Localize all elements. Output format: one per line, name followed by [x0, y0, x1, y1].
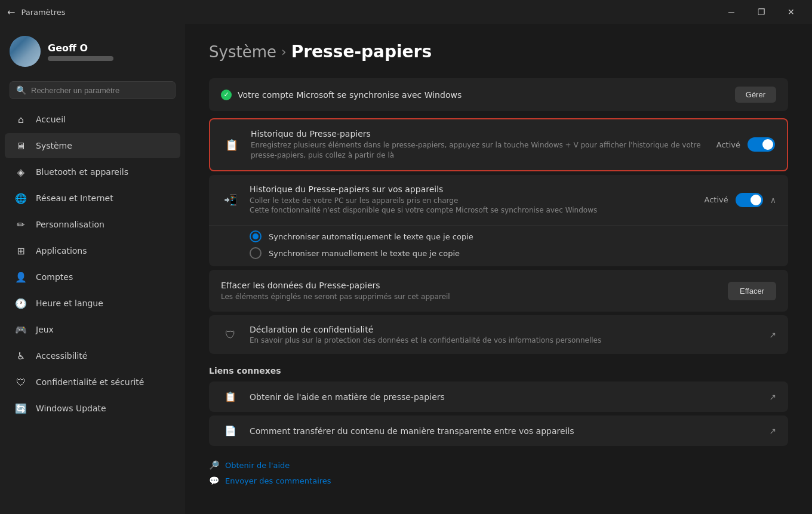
system-icon: 🖥 [14, 139, 27, 152]
nav-item-reseau[interactable]: 🌐 Réseau et Internet [5, 186, 180, 211]
user-profile[interactable]: Geoff O [0, 24, 185, 76]
apps-icon: ⊞ [14, 244, 27, 257]
app-body: Geoff O 🔍 ⌂ Accueil 🖥 Système ◈ Bluetoot… [0, 24, 812, 514]
clipboard-icon: 📋 [222, 135, 241, 154]
search-input[interactable] [31, 86, 169, 95]
link2-external-icon: ↗ [769, 426, 776, 436]
effacer-card: Effacer les données du Presse-papiers Le… [209, 270, 788, 312]
privacy-text: Déclaration de confidentialité En savoir… [250, 325, 759, 344]
footer-links: 🔎 Obtenir de l'aide 💬 Envoyer des commen… [209, 460, 788, 485]
search-box[interactable]: 🔍 [10, 81, 176, 99]
nav-item-accessibilite[interactable]: ♿ Accessibilité [5, 343, 180, 368]
nav-label-confidentialite: Confidentialité et sécurité [36, 377, 144, 387]
home-icon: ⌂ [14, 113, 27, 126]
nav-item-heure[interactable]: 🕐 Heure et langue [5, 291, 180, 316]
personalization-icon: ✏ [14, 218, 27, 231]
radio-group: Synchroniser automatiquement le texte qu… [209, 225, 788, 266]
effacer-button[interactable]: Effacer [728, 282, 776, 300]
nav-label-applications: Applications [36, 246, 87, 256]
close-button[interactable]: ✕ [777, 2, 805, 21]
link1-external-icon: ↗ [769, 392, 776, 402]
nav-item-personnalisation[interactable]: ✏ Personnalisation [5, 212, 180, 237]
user-account-bar [48, 56, 113, 61]
network-icon: 🌐 [14, 192, 27, 205]
sync-text: Votre compte Microsoft se synchronise av… [238, 90, 462, 100]
sync-banner-left: Votre compte Microsoft se synchronise av… [221, 90, 462, 100]
radio-sync-manuel[interactable]: Synchroniser manuellement le texte que j… [250, 247, 776, 259]
devices-clipboard-icon: 📲 [221, 190, 240, 210]
historique-title: Historique du Presse-papiers [251, 129, 707, 138]
help-clipboard-icon: 📋 [221, 391, 240, 402]
nav-item-comptes[interactable]: 👤 Comptes [5, 264, 180, 290]
accessibility-icon: ♿ [14, 349, 27, 362]
accounts-icon: 👤 [14, 270, 27, 284]
nav-item-accueil[interactable]: ⌂ Accueil [5, 107, 180, 132]
footer-link1-text: Obtenir de l'aide [225, 461, 290, 470]
link2-text: Comment transférer du contenu de manière… [250, 426, 759, 436]
breadcrumb-parent[interactable]: Système [209, 43, 276, 61]
minimize-button[interactable]: ─ [718, 2, 745, 21]
nav-label-accueil: Accueil [36, 115, 66, 124]
historique-right: Activé [716, 137, 775, 152]
nav-label-windows-update: Windows Update [36, 404, 106, 413]
nav-item-confidentialite[interactable]: 🛡 Confidentialité et sécurité [5, 370, 180, 395]
breadcrumb: Système › Presse-papiers [209, 42, 788, 61]
external-link-icon: ↗ [769, 330, 776, 340]
avatar-image [10, 36, 41, 67]
historique-appareils-card: 📲 Historique du Presse-papiers sur vos a… [209, 175, 788, 267]
effacer-title: Effacer les données du Presse-papiers [221, 281, 450, 290]
nav-label-heure: Heure et langue [36, 298, 103, 308]
gaming-icon: 🎮 [14, 323, 27, 336]
back-arrow[interactable]: ← [7, 7, 15, 18]
restore-button[interactable]: ❐ [748, 2, 775, 21]
radio-auto-circle[interactable] [250, 230, 262, 242]
nav-label-comptes: Comptes [36, 272, 73, 282]
historique-row: 📋 Historique du Presse-papiers Enregistr… [210, 119, 787, 170]
search-container: 🔍 [0, 76, 185, 106]
nav-item-jeux[interactable]: 🎮 Jeux [5, 317, 180, 342]
chevron-up-icon[interactable]: ∧ [770, 195, 776, 205]
radio-manuel-circle[interactable] [250, 247, 262, 259]
historique-appareils-desc2: Cette fonctionnalité n'est disponible qu… [250, 205, 695, 216]
nav-label-accessibilite: Accessibilité [36, 351, 87, 361]
effacer-desc: Les éléments épinglés ne seront pas supp… [221, 293, 450, 301]
link-row-transfert[interactable]: 📄 Comment transférer du contenu de maniè… [209, 415, 788, 446]
liens-connexes-title: Liens connexes [209, 366, 788, 376]
footer-link-feedback[interactable]: 💬 Envoyer des commentaires [209, 476, 788, 485]
nav-item-bluetooth[interactable]: ◈ Bluetooth et appareils [5, 159, 180, 184]
historique-appareils-right: Activé ∧ [705, 193, 776, 207]
historique-toggle[interactable] [748, 137, 775, 152]
sync-status-icon [221, 90, 232, 100]
radio-auto-label: Synchroniser automatiquement le texte qu… [269, 232, 473, 241]
historique-desc: Enregistrez plusieurs éléments dans le p… [251, 140, 707, 161]
search-icon: 🔍 [16, 85, 26, 95]
historique-text: Historique du Presse-papiers Enregistrez… [251, 129, 707, 161]
historique-appareils-text: Historique du Presse-papiers sur vos app… [250, 184, 695, 216]
titlebar-left: ← Paramètres [7, 7, 66, 18]
historique-card: 📋 Historique du Presse-papiers Enregistr… [209, 118, 788, 171]
radio-manuel-label: Synchroniser manuellement le texte que j… [269, 249, 460, 258]
nav-item-windows-update[interactable]: 🔄 Windows Update [5, 396, 180, 421]
shield-icon: 🛡 [221, 328, 240, 341]
nav-label-bluetooth: Bluetooth et appareils [36, 167, 128, 177]
breadcrumb-separator: › [281, 44, 287, 59]
transfer-icon: 📄 [221, 425, 240, 436]
user-name: Geoff O [48, 42, 113, 54]
avatar [10, 36, 41, 67]
link-row-aide[interactable]: 📋 Obtenir de l'aide en matière de presse… [209, 381, 788, 412]
nav-item-systeme[interactable]: 🖥 Système [5, 133, 180, 158]
nav-label-jeux: Jeux [36, 325, 54, 334]
sidebar: Geoff O 🔍 ⌂ Accueil 🖥 Système ◈ Bluetoot… [0, 24, 185, 514]
manage-button[interactable]: Gérer [735, 87, 776, 103]
privacy-desc: En savoir plus sur la protection des don… [250, 336, 759, 344]
help-icon: 🔎 [209, 460, 219, 470]
historique-appareils-status: Activé [705, 195, 728, 204]
historique-appareils-desc1: Coller le texte de votre PC sur les appa… [250, 196, 695, 206]
nav-label-systeme: Système [36, 141, 72, 150]
historique-appareils-row: 📲 Historique du Presse-papiers sur vos a… [209, 175, 788, 226]
footer-link-aide[interactable]: 🔎 Obtenir de l'aide [209, 460, 788, 470]
radio-sync-auto[interactable]: Synchroniser automatiquement le texte qu… [250, 230, 776, 242]
titlebar-title: Paramètres [21, 8, 65, 17]
nav-item-applications[interactable]: ⊞ Applications [5, 238, 180, 263]
historique-appareils-toggle[interactable] [736, 193, 763, 207]
